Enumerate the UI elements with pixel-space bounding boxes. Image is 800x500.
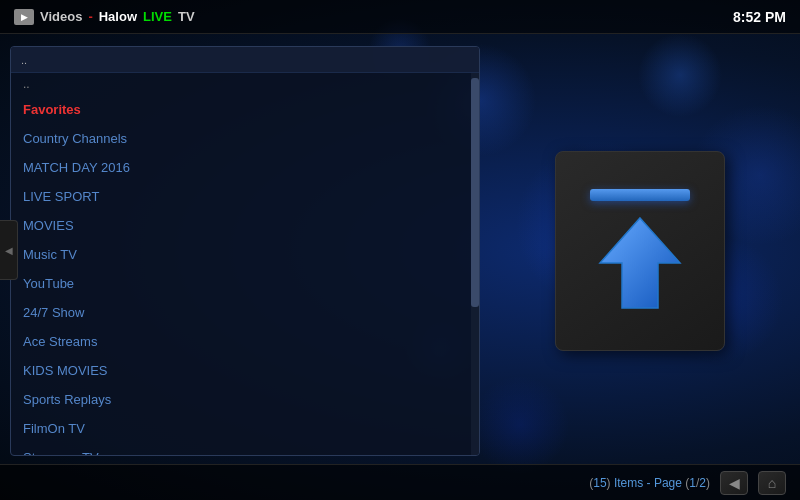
header-videos-label: Videos xyxy=(40,9,82,24)
header-halow-label: Halow xyxy=(99,9,137,24)
sports-replays-label: Sports Replays xyxy=(23,392,111,407)
search-text: .. xyxy=(21,54,27,66)
page-total: 2 xyxy=(699,476,706,490)
list-item-back[interactable]: .. xyxy=(11,73,479,95)
back-label: .. xyxy=(23,77,30,91)
movies-label: MOVIES xyxy=(23,218,74,233)
ace-streams-label: Ace Streams xyxy=(23,334,97,349)
scrollbar[interactable] xyxy=(471,73,479,455)
list-item-kids-movies[interactable]: KIDS MOVIES xyxy=(11,356,479,385)
list-item-ace-streams[interactable]: Ace Streams xyxy=(11,327,479,356)
home-button[interactable]: ⌂ xyxy=(758,471,786,495)
list-item-247show[interactable]: 24/7 Show xyxy=(11,298,479,327)
arrow-widget xyxy=(555,151,725,351)
list-item-youtube[interactable]: YouTube xyxy=(11,269,479,298)
country-channels-label: Country Channels xyxy=(23,131,127,146)
live-sport-label: LIVE SPORT xyxy=(23,189,99,204)
list-item-sports-replays[interactable]: Sports Replays xyxy=(11,385,479,414)
list-item-filmon-tv[interactable]: FilmOn TV xyxy=(11,414,479,443)
main-content: .. .. Favorites Country Channels MATCH D… xyxy=(0,34,800,464)
header-tv-label: TV xyxy=(178,9,195,24)
header-live-label: LIVE xyxy=(143,9,172,24)
clock: 8:52 PM xyxy=(733,9,786,25)
list-item-country-channels[interactable]: Country Channels xyxy=(11,124,479,153)
247show-label: 24/7 Show xyxy=(23,305,84,320)
list-panel: .. .. Favorites Country Channels MATCH D… xyxy=(10,46,480,456)
favorites-label: Favorites xyxy=(23,102,81,117)
list-item-favorites[interactable]: Favorites xyxy=(11,95,479,124)
header-separator: - xyxy=(88,9,92,24)
side-handle[interactable]: ◀ xyxy=(0,220,18,280)
items-label: Items - Page xyxy=(614,476,682,490)
list-items-container: .. Favorites Country Channels MATCH DAY … xyxy=(11,73,479,455)
items-count: 15 xyxy=(593,476,606,490)
list-item-music-tv[interactable]: Music TV xyxy=(11,240,479,269)
header-title: ▶ Videos - Halow LIVE TV xyxy=(14,9,195,25)
footer-bar: (15) Items - Page (1/2) ◀ ⌂ xyxy=(0,464,800,500)
list-item-live-sport[interactable]: LIVE SPORT xyxy=(11,182,479,211)
side-handle-icon: ◀ xyxy=(5,245,13,256)
arrow-bar-decoration xyxy=(590,189,690,201)
page-current: 1 xyxy=(689,476,696,490)
filmon-tv-label: FilmOn TV xyxy=(23,421,85,436)
home-btn-icon: ⌂ xyxy=(768,475,776,491)
search-bar: .. xyxy=(11,47,479,73)
scrollbar-thumb[interactable] xyxy=(471,78,479,307)
right-widget-area xyxy=(490,46,790,456)
video-icon: ▶ xyxy=(14,9,34,25)
kids-movies-label: KIDS MOVIES xyxy=(23,363,108,378)
music-tv-label: Music TV xyxy=(23,247,77,262)
youtube-label: YouTube xyxy=(23,276,74,291)
list-item-movies[interactable]: MOVIES xyxy=(11,211,479,240)
match-day-label: MATCH DAY 2016 xyxy=(23,160,130,175)
footer-info: (15) Items - Page (1/2) xyxy=(589,476,710,490)
back-button[interactable]: ◀ xyxy=(720,471,748,495)
list-item-match-day[interactable]: MATCH DAY 2016 xyxy=(11,153,479,182)
header-bar: ▶ Videos - Halow LIVE TV 8:52 PM xyxy=(0,0,800,34)
list-item-streamax-tv[interactable]: Streamax TV xyxy=(11,443,479,455)
back-btn-icon: ◀ xyxy=(729,475,740,491)
up-arrow-icon xyxy=(595,213,685,313)
streamax-tv-label: Streamax TV xyxy=(23,450,99,455)
svg-marker-0 xyxy=(600,218,680,308)
